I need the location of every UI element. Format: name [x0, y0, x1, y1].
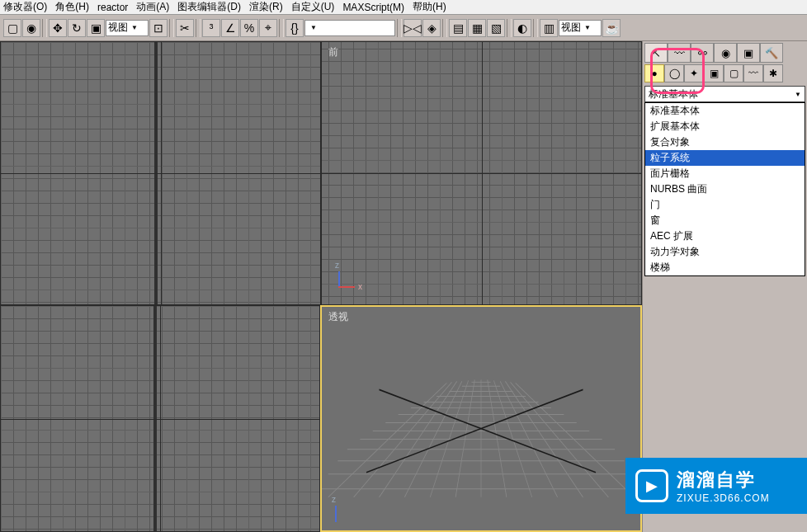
- spacewarps-button[interactable]: 〰: [743, 64, 763, 82]
- align-button[interactable]: ◈: [422, 19, 441, 37]
- utilities-tab[interactable]: 🔨: [760, 43, 783, 63]
- viewport-area: 前 z x: [0, 41, 642, 532]
- menu-modifier[interactable]: 修改器(O): [3, 0, 47, 14]
- spinner-snap-button[interactable]: ⌖: [259, 19, 277, 37]
- opt-nurbs[interactable]: NURBS 曲面: [645, 181, 805, 197]
- curve-editor-button[interactable]: ▦: [468, 19, 486, 37]
- menu-animation[interactable]: 动画(A): [136, 0, 169, 14]
- named-selection-button[interactable]: {}: [286, 19, 304, 37]
- viewport-label-perspective: 透视: [328, 310, 348, 324]
- opt-extended-primitives[interactable]: 扩展基本体: [645, 119, 805, 134]
- ref-coord-combo[interactable]: 视图: [106, 20, 149, 36]
- opt-dynamics[interactable]: 动力学对象: [645, 244, 805, 260]
- viewport-perspective[interactable]: 透视 z: [320, 305, 642, 532]
- create-subcategories: ● ◯ ✦ ▣ ▢ 〰 ✱: [644, 64, 805, 82]
- scale-button[interactable]: ▣: [87, 19, 105, 37]
- axis-gizmo-icon: z x: [333, 260, 366, 293]
- render-scene-button[interactable]: ▥: [540, 19, 558, 37]
- main-toolbar: ▢ ◉ ✥ ↻ ▣ 视图 ⊡ ✂ ³ ∠ % ⌖ {} ▷◁ ◈ ▤ ▦ ▧ ◐…: [0, 15, 807, 41]
- rotate-button[interactable]: ↻: [68, 19, 86, 37]
- lights-button[interactable]: ✦: [684, 64, 704, 82]
- select-region-button[interactable]: ▢: [3, 19, 21, 37]
- geometry-button[interactable]: ●: [644, 64, 664, 82]
- menu-graph-editor[interactable]: 图表编辑器(D): [177, 0, 241, 14]
- opt-windows[interactable]: 窗: [645, 213, 805, 228]
- watermark-url: ZIXUE.3D66.COM: [677, 492, 770, 504]
- angle-snap-button[interactable]: ∠: [221, 19, 239, 37]
- named-selection-combo[interactable]: [304, 20, 395, 36]
- select-all-button[interactable]: ◉: [22, 19, 40, 37]
- svg-line-15: [488, 379, 507, 497]
- menu-bar: 修改器(O) 角色(H) reactor 动画(A) 图表编辑器(D) 渲染(R…: [0, 0, 807, 15]
- render-view-combo[interactable]: 视图: [559, 20, 602, 36]
- systems-button[interactable]: ✱: [763, 64, 783, 82]
- axis-gizmo-persp-icon: z: [330, 494, 363, 527]
- svg-line-26: [328, 383, 447, 497]
- menu-role[interactable]: 角色(H): [55, 0, 89, 14]
- menu-customize[interactable]: 自定义(U): [291, 0, 335, 14]
- opt-standard-primitives[interactable]: 标准基本体: [645, 103, 805, 119]
- motion-tab[interactable]: ◉: [714, 43, 737, 63]
- svg-line-20: [516, 383, 635, 497]
- display-tab[interactable]: ▣: [737, 43, 760, 63]
- svg-line-21: [455, 379, 474, 497]
- play-icon: ▶: [635, 469, 668, 502]
- cameras-button[interactable]: ▣: [704, 64, 724, 82]
- menu-maxscript[interactable]: MAXScript(M): [342, 2, 404, 13]
- mirror-button[interactable]: ▷◁: [404, 19, 422, 37]
- category-dropdown-list: 标准基本体 扩展基本体 复合对象 粒子系统 面片栅格 NURBS 曲面 门 窗 …: [644, 102, 805, 276]
- menu-render[interactable]: 渲染(R): [249, 0, 283, 14]
- menu-reactor[interactable]: reactor: [97, 2, 128, 13]
- percent-snap-button[interactable]: %: [240, 19, 258, 37]
- quick-render-button[interactable]: ☕: [602, 19, 621, 37]
- pivot-button[interactable]: ⊡: [149, 19, 168, 37]
- opt-particle-systems[interactable]: 粒子系统: [645, 150, 805, 166]
- move-button[interactable]: ✥: [49, 19, 67, 37]
- watermark: ▶ 溜溜自学 ZIXUE.3D66.COM: [625, 458, 807, 514]
- layer-manager-button[interactable]: ▤: [449, 19, 467, 37]
- helpers-button[interactable]: ▢: [724, 64, 743, 82]
- svg-line-25: [354, 382, 452, 497]
- opt-aec-extended[interactable]: AEC 扩展: [645, 228, 805, 244]
- snap-toggle-button[interactable]: ³: [202, 19, 220, 37]
- svg-line-19: [511, 382, 609, 497]
- schematic-view-button[interactable]: ▧: [487, 19, 505, 37]
- create-tab[interactable]: ↖: [644, 43, 668, 63]
- menu-help[interactable]: 帮助(H): [413, 0, 446, 14]
- opt-compound-objects[interactable]: 复合对象: [645, 134, 805, 150]
- material-editor-button[interactable]: ◐: [513, 19, 531, 37]
- viewport-bottom-left[interactable]: [0, 305, 320, 532]
- viewport-front[interactable]: 前 z x: [321, 41, 642, 305]
- opt-doors[interactable]: 门: [645, 197, 805, 213]
- select-manipulate-button[interactable]: ✂: [176, 19, 194, 37]
- opt-stairs[interactable]: 楼梯: [645, 260, 805, 275]
- watermark-title: 溜溜自学: [677, 468, 770, 492]
- category-dropdown-value[interactable]: 标准基本体: [644, 86, 805, 102]
- category-dropdown[interactable]: 标准基本体 标准基本体 扩展基本体 复合对象 粒子系统 面片栅格 NURBS 曲…: [644, 86, 805, 102]
- viewport-label-front: 前: [328, 45, 338, 59]
- viewport-top-left[interactable]: [0, 41, 321, 305]
- shapes-button[interactable]: ◯: [664, 64, 684, 82]
- panel-tabs: ↖ 〰 ⚯ ◉ ▣ 🔨: [644, 43, 805, 63]
- hierarchy-tab[interactable]: ⚯: [691, 43, 714, 63]
- modify-tab[interactable]: 〰: [668, 43, 691, 63]
- opt-patch-grids[interactable]: 面片栅格: [645, 166, 805, 181]
